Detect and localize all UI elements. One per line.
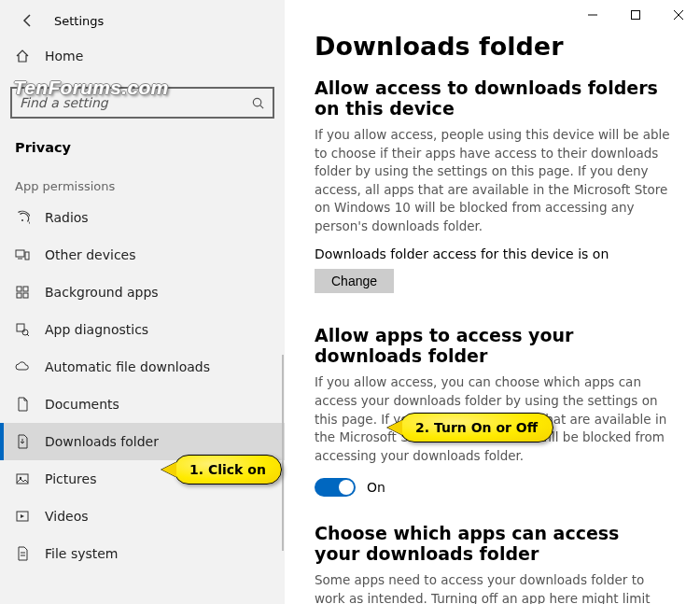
sidebar-item-background-apps[interactable]: Background apps <box>0 274 285 311</box>
pictures-icon <box>15 471 30 486</box>
sidebar-item-automatic-file-downloads[interactable]: Automatic file downloads <box>0 348 285 386</box>
sidebar-item-file-system[interactable]: File system <box>0 535 285 572</box>
sidebar-item-label: File system <box>45 546 119 561</box>
sidebar-group-header: App permissions <box>0 157 285 199</box>
section1-desc: If you allow access, people using this d… <box>315 126 670 235</box>
sidebar-item-radios[interactable]: Radios <box>0 199 285 236</box>
radio-icon <box>15 210 30 225</box>
sidebar-scrollbar[interactable] <box>282 355 284 551</box>
svg-rect-3 <box>25 252 29 260</box>
svg-rect-12 <box>17 474 28 484</box>
download-icon <box>15 434 30 449</box>
sidebar-home[interactable]: Home <box>0 37 285 75</box>
svg-rect-5 <box>17 287 21 291</box>
svg-rect-8 <box>23 293 28 298</box>
section2-heading: Allow apps to access your downloads fold… <box>315 325 670 366</box>
svg-rect-6 <box>23 287 28 291</box>
sidebar-item-label: Automatic file downloads <box>45 359 210 374</box>
sidebar-item-label: Radios <box>45 210 89 225</box>
svg-line-11 <box>27 334 29 336</box>
videos-icon <box>15 509 30 524</box>
svg-rect-7 <box>17 293 21 298</box>
page-title: Downloads folder <box>315 32 670 61</box>
section3-heading: Choose which apps can access your downlo… <box>315 523 670 564</box>
window-title: Settings <box>54 14 104 28</box>
sidebar-item-label: Pictures <box>45 471 96 486</box>
sidebar-item-other-devices[interactable]: Other devices <box>0 236 285 274</box>
sidebar-item-videos[interactable]: Videos <box>0 498 285 535</box>
search-placeholder: Find a setting <box>20 95 108 110</box>
maximize-button[interactable] <box>614 0 657 30</box>
cloud-icon <box>15 359 30 374</box>
svg-rect-2 <box>16 250 24 257</box>
sidebar-item-label: Other devices <box>45 247 135 262</box>
sidebar-item-label: Background apps <box>45 285 159 300</box>
annotation-1: 1. Click on <box>174 455 282 485</box>
sidebar-item-documents[interactable]: Documents <box>0 386 285 423</box>
annotation-2: 2. Turn On or Off <box>399 413 553 442</box>
diag-icon <box>15 322 30 337</box>
search-input[interactable]: Find a setting <box>11 88 273 118</box>
sidebar-home-label: Home <box>45 49 83 63</box>
svg-point-0 <box>253 98 260 105</box>
sidebar-item-label: Documents <box>45 397 119 412</box>
section3-desc: Some apps need to access your downloads … <box>315 571 670 604</box>
sidebar-item-label: Downloads folder <box>45 434 159 449</box>
back-button[interactable] <box>21 13 35 28</box>
sidebar-item-label: App diagnostics <box>45 322 148 337</box>
allow-apps-toggle[interactable] <box>315 478 356 497</box>
sidebar-section-title: Privacy <box>0 127 285 157</box>
section1-status: Downloads folder access for this device … <box>315 246 670 261</box>
toggle-label: On <box>367 480 385 495</box>
change-button[interactable]: Change <box>315 269 394 293</box>
sidebar-item-app-diagnostics[interactable]: App diagnostics <box>0 311 285 348</box>
svg-line-1 <box>259 105 262 107</box>
close-button[interactable] <box>657 0 700 30</box>
sidebar-item-label: Videos <box>45 509 89 524</box>
home-icon <box>15 49 30 63</box>
doc-icon <box>15 397 30 412</box>
search-icon <box>250 95 265 110</box>
fs-icon <box>15 546 30 561</box>
section1-heading: Allow access to downloads folders on thi… <box>315 77 670 119</box>
devices-icon <box>15 247 30 262</box>
minimize-button[interactable] <box>571 0 614 30</box>
svg-rect-18 <box>632 11 640 20</box>
bgapps-icon <box>15 285 30 300</box>
